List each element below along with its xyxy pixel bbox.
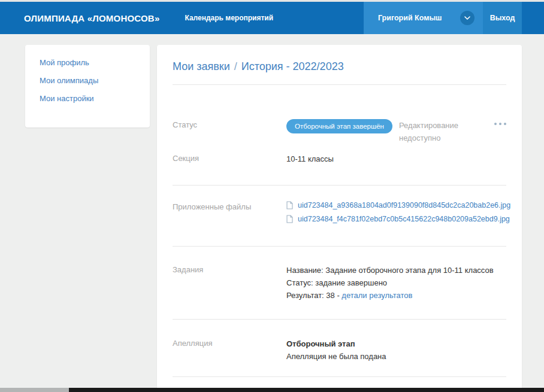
breadcrumb: Мои заявки/История - 2022/2023 xyxy=(173,45,506,84)
header-right: Григорий Комыш Выход xyxy=(364,2,522,34)
tasks-row: Задания Название: Задание отборочного эт… xyxy=(173,247,506,319)
page: ОЛИМПИАДА «ЛОМОНОСОВ» Календарь мероприя… xyxy=(0,0,544,392)
status-row: Статус Отборочный этап завершён Редактир… xyxy=(173,85,506,144)
sidebar-item-olympiads[interactable]: Мои олимпиады xyxy=(40,76,150,85)
file-row: uid723484_f4c781f02ebd7c0b5c415622c948b0… xyxy=(286,215,510,223)
appeal-stage-title: Отборочный этап xyxy=(286,338,386,350)
breadcrumb-current: История - 2022/2023 xyxy=(241,60,344,72)
status-label: Статус xyxy=(173,119,286,131)
section-label: Секция xyxy=(173,153,286,165)
sidebar-item-settings[interactable]: Мои настройки xyxy=(40,94,150,103)
attached-file-link[interactable]: uid723484_f4c781f02ebd7c0b5c415622c948b0… xyxy=(298,215,510,223)
scrollbar-track xyxy=(0,388,69,392)
status-badge-cell: Отборочный этап завершён xyxy=(286,119,399,133)
file-icon xyxy=(286,215,293,223)
task-name-line: Название: Задание отборочного этапа для … xyxy=(286,264,494,276)
appeal-label: Апелляция xyxy=(173,338,286,350)
file-icon xyxy=(286,201,293,209)
header: ОЛИМПИАДА «ЛОМОНОСОВ» Календарь мероприя… xyxy=(0,2,544,34)
ellipsis-menu-icon[interactable] xyxy=(494,119,506,125)
application-card: Мои заявки/История - 2022/2023 Статус От… xyxy=(157,45,522,392)
logout-button[interactable]: Выход xyxy=(483,2,522,34)
editing-unavailable-note: Редактирование недоступно xyxy=(399,119,489,144)
user-name: Григорий Комыш xyxy=(378,14,442,22)
section-value: 10-11 классы xyxy=(286,153,334,165)
task-result-line: Результат: 38 - детали результатов xyxy=(286,289,494,302)
files-label: Приложенные файлы xyxy=(173,201,286,213)
nav-calendar-link[interactable]: Календарь мероприятий xyxy=(185,14,273,22)
task-status-line: Статус: задание завершено xyxy=(286,276,494,289)
files-row: Приложенные файлы uid723484_a9368a1804ad… xyxy=(173,186,506,246)
chevron-down-icon[interactable] xyxy=(460,11,475,25)
result-details-link[interactable]: детали результатов xyxy=(341,291,412,300)
breadcrumb-my-applications-link[interactable]: Мои заявки xyxy=(173,60,230,72)
logout-label: Выход xyxy=(490,14,515,22)
attached-file-link[interactable]: uid723484_a9368a1804ad0f9139090f8d845dc2… xyxy=(298,201,510,209)
status-badge: Отборочный этап завершён xyxy=(286,119,392,133)
appeal-qualifying-row: Апелляция Отборочный этап Апелляция не б… xyxy=(173,320,506,376)
breadcrumb-separator: / xyxy=(230,60,241,72)
tasks-label: Задания xyxy=(173,264,286,276)
brand-logo[interactable]: ОЛИМПИАДА «ЛОМОНОСОВ» xyxy=(24,13,159,23)
sidebar-item-profile[interactable]: Мой профиль xyxy=(40,58,150,67)
file-row: uid723484_a9368a1804ad0f9139090f8d845dc2… xyxy=(286,201,510,209)
section-row: Секция 10-11 классы xyxy=(173,144,506,185)
user-menu[interactable]: Григорий Комыш xyxy=(364,2,483,34)
sidebar: Мой профиль Мои олимпиады Мои настройки xyxy=(25,45,150,127)
horizontal-scrollbar[interactable] xyxy=(0,388,544,392)
appeal-status-text: Апелляция не была подана xyxy=(286,350,386,363)
